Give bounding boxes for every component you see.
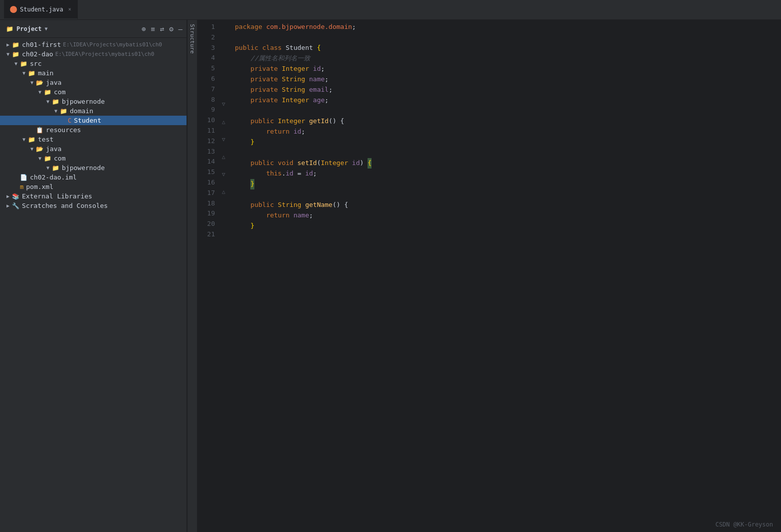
tree-arrow-bjpowernode-test: ▼ <box>44 165 52 171</box>
tree-label-com: com <box>54 88 65 96</box>
tree-item-iml[interactable]: 📄 ch02-dao.iml <box>0 173 187 182</box>
tree-label-bjpowernode: bjpowernode <box>62 98 105 105</box>
code-line-12: } <box>235 137 781 148</box>
tree-item-src[interactable]: ▼ 📁 src <box>0 59 187 68</box>
sidebar-dropdown-arrow[interactable]: ▼ <box>45 26 48 31</box>
code-editor[interactable]: 1 2 3 4 5 6 7 8 9 10 11 12 13 14 15 16 1 <box>197 20 781 532</box>
folder-icon-src: 📁 <box>20 60 27 67</box>
tab-student-java[interactable]: Student.java × <box>4 0 78 19</box>
tree-arrow-ch02: ▼ <box>4 51 12 57</box>
tree-item-domain[interactable]: ▼ 📁 domain <box>0 106 187 116</box>
editor-wrapper: 1 2 3 4 5 6 7 8 9 10 11 12 13 14 15 16 1 <box>197 20 781 532</box>
tree-path-ch01: E:\IDEA\Projects\mybatis01\ch0 <box>63 41 162 48</box>
tree-item-bjpowernode-test[interactable]: ▼ 📁 bjpowernode <box>0 163 187 173</box>
folder-icon-main: 📁 <box>28 70 35 77</box>
code-line-3: public class Student { <box>235 43 781 53</box>
tree-item-ch01-first[interactable]: ▶ 📁 ch01-first E:\IDEA\Projects\mybatis0… <box>0 40 187 49</box>
sidebar-tools: ⊕ ≡ ⇄ ⚙ — <box>142 25 183 33</box>
fold-icon-18[interactable]: ▽ <box>222 171 225 177</box>
tree-arrow-main: ▼ <box>20 70 28 76</box>
tree-label-com-test: com <box>54 155 65 162</box>
java-class-icon-student: C <box>68 117 71 124</box>
tree-arrow-domain: ▼ <box>52 108 60 114</box>
tree-arrow-scratches: ▶ <box>4 203 12 208</box>
fold-icon-16[interactable]: △ <box>222 154 225 160</box>
tree-arrow-ch01: ▶ <box>4 42 12 47</box>
tree-item-main[interactable]: ▼ 📁 main <box>0 68 187 78</box>
code-line-1: package com.bjpowernode.domain; <box>235 22 781 32</box>
tree-item-test[interactable]: ▼ 📁 test <box>0 135 187 144</box>
code-line-10: public Integer getId() { <box>235 116 781 127</box>
tree-item-external-libraries[interactable]: ▶ 📚 External Libraries <box>0 191 187 201</box>
tree-item-resources[interactable]: 📋 resources <box>0 125 187 135</box>
tab-bar: Student.java × <box>0 0 781 20</box>
code-line-9 <box>235 106 781 116</box>
tree-arrow-java-main: ▼ <box>28 80 36 85</box>
folder-icon-java-test: 📂 <box>36 146 43 153</box>
code-content[interactable]: package com.bjpowernode.domain; public c… <box>231 20 781 532</box>
iml-icon: 📄 <box>20 174 27 181</box>
fold-icon-10[interactable]: ▽ <box>222 101 225 107</box>
tree-arrow-src: ▼ <box>12 61 20 66</box>
tree-item-ch02-dao[interactable]: ▼ 📁 ch02-dao E:\IDEA\Projects\mybatis01\… <box>0 49 187 59</box>
tree-arrow-com-test: ▼ <box>36 156 44 161</box>
tree-arrow-bjpowernode: ▼ <box>44 99 52 104</box>
code-line-21 <box>235 231 781 242</box>
tree-arrow-external: ▶ <box>4 193 12 199</box>
tree-label-test: test <box>38 136 53 143</box>
external-libraries-icon: 📚 <box>12 193 19 200</box>
folder-icon-bjpowernode-test: 📁 <box>52 165 59 172</box>
tree-label-iml: ch02-dao.iml <box>30 174 77 181</box>
watermark: CSDN @KK-Greyson <box>715 521 773 528</box>
tree-item-com[interactable]: ▼ 📁 com <box>0 87 187 97</box>
locate-icon[interactable]: ⊕ <box>142 25 146 33</box>
tree-label-java-test: java <box>46 145 61 153</box>
settings-icon[interactable]: ⚙ <box>169 25 173 33</box>
tree-label-ch02: ch02-dao <box>22 50 53 58</box>
folder-icon-java-main: 📂 <box>36 79 43 86</box>
folder-icon-bjpowernode: 📁 <box>52 98 59 105</box>
tree-label-student: Student <box>74 117 101 124</box>
fold-icon-20[interactable]: △ <box>222 188 225 195</box>
tree-item-bjpowernode[interactable]: ▼ 📁 bjpowernode <box>0 97 187 106</box>
tree-label-domain: domain <box>70 107 93 115</box>
project-sidebar: 📁 Project ▼ ⊕ ≡ ⇄ ⚙ — ▶ 📁 ch01-first E:\… <box>0 20 187 532</box>
code-line-11: return id; <box>235 127 781 137</box>
fold-icon-14[interactable]: ▽ <box>222 136 225 143</box>
tree-label-ch01: ch01-first <box>22 41 61 48</box>
tree-label-bjpowernode-test: bjpowernode <box>62 164 105 172</box>
tree-arrow-test: ▼ <box>20 137 28 142</box>
tab-close-button[interactable]: × <box>68 6 71 12</box>
tree-label-external: External Libraries <box>22 192 92 200</box>
code-line-18: public String getName() { <box>235 200 781 210</box>
sidebar-folder-icon: 📁 <box>6 25 13 32</box>
tree-item-java-test[interactable]: ▼ 📂 java <box>0 144 187 154</box>
code-line-17 <box>235 189 781 200</box>
folder-icon-test: 📁 <box>28 136 35 143</box>
tree-item-java-main[interactable]: ▼ 📂 java <box>0 78 187 87</box>
code-line-19: return name; <box>235 210 781 221</box>
fold-icon-12[interactable]: △ <box>222 119 225 125</box>
tree-item-com-test[interactable]: ▼ 📁 com <box>0 154 187 163</box>
sidebar-header: 📁 Project ▼ ⊕ ≡ ⇄ ⚙ — <box>0 20 187 38</box>
code-container: 1 2 3 4 5 6 7 8 9 10 11 12 13 14 15 16 1 <box>197 20 781 532</box>
code-gutter: ▽ △ ▽ △ ▽ △ <box>221 20 231 532</box>
tree-label-main: main <box>38 69 53 77</box>
tree-arrow-com: ▼ <box>36 89 44 95</box>
code-line-4: //属性名和列名一致 <box>235 53 781 64</box>
tree-item-scratches[interactable]: ▶ 🔧 Scratches and Consoles <box>0 201 187 210</box>
tree-item-pom[interactable]: m pom.xml <box>0 182 187 191</box>
code-line-5: private Integer id; <box>235 64 781 74</box>
expand-all-icon[interactable]: ≡ <box>151 25 155 33</box>
structure-panel-label: Structure <box>187 20 197 532</box>
project-tree: ▶ 📁 ch01-first E:\IDEA\Projects\mybatis0… <box>0 38 187 532</box>
main-area: 📁 Project ▼ ⊕ ≡ ⇄ ⚙ — ▶ 📁 ch01-first E:\… <box>0 20 781 532</box>
minimize-icon[interactable]: — <box>179 25 183 33</box>
code-line-6: private String name; <box>235 74 781 85</box>
line-numbers: 1 2 3 4 5 6 7 8 9 10 11 12 13 14 15 16 1 <box>197 20 221 532</box>
code-line-2 <box>235 32 781 43</box>
collapse-all-icon[interactable]: ⇄ <box>160 25 164 33</box>
tree-item-student[interactable]: C Student <box>0 116 187 125</box>
folder-icon-domain: 📁 <box>60 108 67 115</box>
code-line-20: } <box>235 221 781 231</box>
